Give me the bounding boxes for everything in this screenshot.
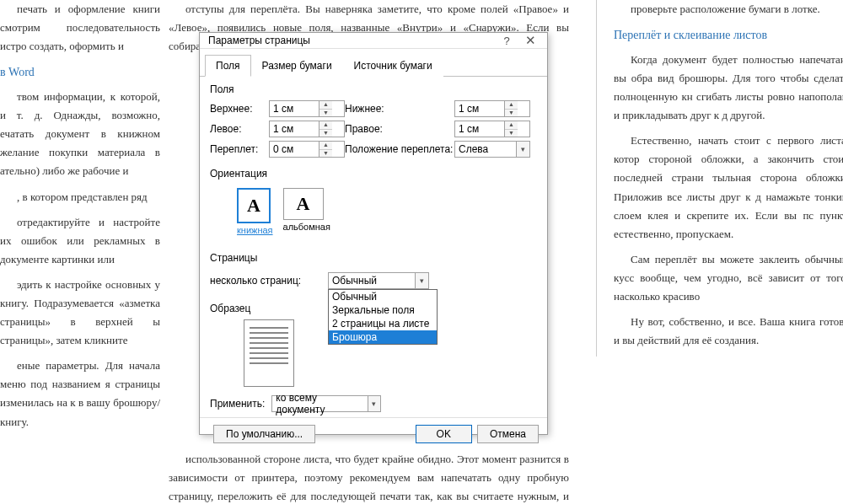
dropdown-option-selected[interactable]: Брошюра <box>329 330 437 344</box>
label-right: Правое: <box>345 123 454 135</box>
dialog-titlebar: Параметры страницы ? ✕ <box>200 33 547 49</box>
default-button[interactable]: По умолчанию... <box>213 425 315 443</box>
select-gutter-position[interactable]: Слева▾ <box>454 141 530 158</box>
input-top-margin[interactable]: ▲▼ <box>269 100 345 117</box>
cancel-button[interactable]: Отмена <box>477 425 539 443</box>
label-top: Верхнее: <box>210 103 269 115</box>
chevron-down-icon: ▾ <box>415 273 428 288</box>
label-apply: Применить: <box>210 398 265 410</box>
dropdown-option[interactable]: Зеркальные поля <box>329 303 437 317</box>
dropdown-option[interactable]: 2 страницы на листе <box>329 317 437 330</box>
orientation-portrait[interactable]: A книжная <box>237 188 273 235</box>
input-right-margin[interactable]: ▲▼ <box>454 121 530 137</box>
label-bottom: Нижнее: <box>345 103 454 115</box>
orientation-landscape[interactable]: A альбомная <box>283 188 330 235</box>
page-setup-dialog: Параметры страницы ? ✕ Поля Размер бумаг… <box>199 32 548 435</box>
orientation-label: Ориентация <box>210 168 537 180</box>
portrait-icon: A <box>237 188 271 223</box>
doc-column-left: печать и оформление книги смотрим послед… <box>0 0 160 438</box>
spinner-up-icon: ▲ <box>319 101 332 110</box>
input-left-margin[interactable]: ▲▼ <box>269 121 345 137</box>
tab-paper-source[interactable]: Источник бумаги <box>343 55 443 77</box>
label-gutter: Переплет: <box>210 143 269 155</box>
label-gutter-pos: Положение переплета: <box>345 143 454 155</box>
margins-label: Поля <box>210 83 537 95</box>
help-icon[interactable]: ? <box>495 35 518 47</box>
dialog-title: Параметры страницы <box>208 35 495 46</box>
landscape-icon: A <box>283 188 324 220</box>
dropdown-option[interactable]: Обычный <box>329 290 437 303</box>
spinner-down-icon: ▼ <box>319 110 332 117</box>
pages-label: Страницы <box>210 252 537 264</box>
preview-thumbnail <box>244 319 294 387</box>
input-gutter[interactable]: ▲▼ <box>269 141 345 158</box>
ok-button[interactable]: OK <box>416 425 472 443</box>
label-multi-pages: несколько страниц: <box>210 275 319 287</box>
close-icon[interactable]: ✕ <box>518 33 542 48</box>
multi-pages-dropdown: Обычный Зеркальные поля 2 страницы на ли… <box>328 289 438 345</box>
chevron-down-icon: ▾ <box>516 142 529 157</box>
label-left: Левое: <box>210 123 269 135</box>
input-bottom-margin[interactable]: ▲▼ <box>454 100 530 117</box>
select-apply-to[interactable]: ко всему документу▾ <box>271 395 381 412</box>
chevron-down-icon: ▾ <box>368 396 381 411</box>
doc-column-right: проверьте расположение бумаги в лотке. П… <box>596 0 843 357</box>
select-multi-pages[interactable]: Обычный▾ Обычный Зеркальные поля 2 стран… <box>328 272 429 289</box>
tab-paper-size[interactable]: Размер бумаги <box>251 55 343 77</box>
dialog-tabs: Поля Размер бумаги Источник бумаги <box>200 49 547 77</box>
tab-fields[interactable]: Поля <box>205 55 251 77</box>
